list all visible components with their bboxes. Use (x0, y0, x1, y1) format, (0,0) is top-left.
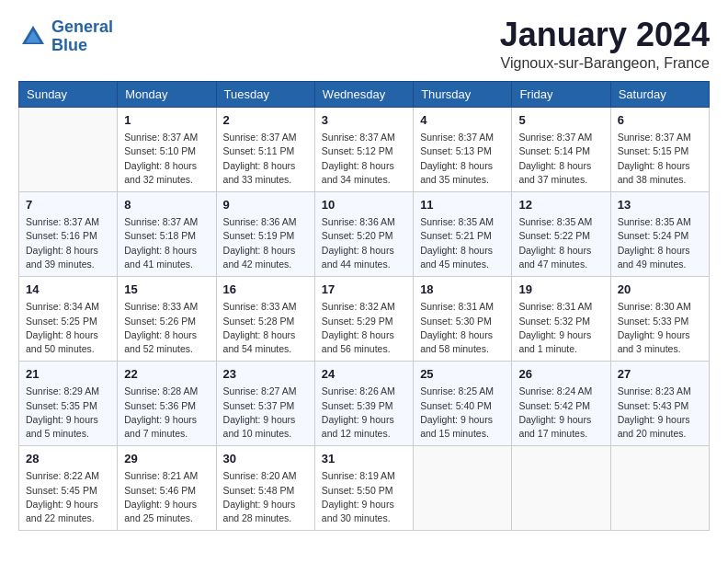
header-saturday: Saturday (610, 82, 709, 108)
title-block: January 2024 Vignoux-sur-Barangeon, Fran… (500, 18, 710, 72)
day-number: 7 (26, 197, 110, 213)
day-cell: 23Sunrise: 8:27 AMSunset: 5:37 PMDayligh… (216, 362, 314, 446)
week-row-2: 7Sunrise: 8:37 AMSunset: 5:16 PMDaylight… (19, 192, 710, 277)
day-info: Sunrise: 8:37 AMSunset: 5:18 PMDaylight:… (124, 215, 209, 271)
day-number: 26 (518, 366, 603, 383)
day-cell: 30Sunrise: 8:20 AMSunset: 5:48 PMDayligh… (216, 446, 314, 531)
day-cell: 1Sunrise: 8:37 AMSunset: 5:10 PMDaylight… (118, 108, 216, 192)
header-row: Sunday Monday Tuesday Wednesday Thursday… (19, 82, 710, 108)
day-cell: 10Sunrise: 8:36 AMSunset: 5:20 PMDayligh… (314, 192, 413, 277)
day-info: Sunrise: 8:33 AMSunset: 5:26 PMDaylight:… (124, 300, 209, 356)
day-info: Sunrise: 8:36 AMSunset: 5:20 PMDaylight:… (322, 215, 406, 271)
day-info: Sunrise: 8:37 AMSunset: 5:16 PMDaylight:… (26, 215, 110, 271)
day-number: 16 (223, 282, 308, 298)
day-cell: 7Sunrise: 8:37 AMSunset: 5:16 PMDaylight… (19, 192, 118, 277)
day-cell: 12Sunrise: 8:35 AMSunset: 5:22 PMDayligh… (512, 192, 610, 277)
day-info: Sunrise: 8:35 AMSunset: 5:21 PMDaylight:… (420, 215, 505, 271)
header-sunday: Sunday (19, 82, 118, 108)
day-number: 4 (420, 112, 505, 129)
week-row-3: 14Sunrise: 8:34 AMSunset: 5:25 PMDayligh… (19, 277, 710, 362)
day-info: Sunrise: 8:34 AMSunset: 5:25 PMDaylight:… (26, 300, 110, 356)
day-cell: 28Sunrise: 8:22 AMSunset: 5:45 PMDayligh… (19, 446, 118, 531)
day-cell: 6Sunrise: 8:37 AMSunset: 5:15 PMDaylight… (610, 108, 709, 192)
day-info: Sunrise: 8:20 AMSunset: 5:48 PMDaylight:… (223, 469, 308, 525)
day-info: Sunrise: 8:30 AMSunset: 5:33 PMDaylight:… (618, 300, 702, 356)
day-cell (512, 446, 610, 531)
day-cell: 3Sunrise: 8:37 AMSunset: 5:12 PMDaylight… (314, 108, 413, 192)
day-info: Sunrise: 8:35 AMSunset: 5:24 PMDaylight:… (618, 215, 702, 271)
day-cell: 26Sunrise: 8:24 AMSunset: 5:42 PMDayligh… (512, 362, 610, 446)
day-number: 18 (420, 282, 505, 298)
calendar-table: Sunday Monday Tuesday Wednesday Thursday… (18, 81, 710, 531)
day-info: Sunrise: 8:32 AMSunset: 5:29 PMDaylight:… (322, 300, 406, 356)
day-number: 9 (223, 197, 308, 213)
day-info: Sunrise: 8:31 AMSunset: 5:32 PMDaylight:… (518, 300, 603, 356)
day-cell: 20Sunrise: 8:30 AMSunset: 5:33 PMDayligh… (610, 277, 709, 362)
day-number: 31 (322, 451, 406, 467)
month-title: January 2024 (500, 18, 710, 52)
day-cell: 14Sunrise: 8:34 AMSunset: 5:25 PMDayligh… (19, 277, 118, 362)
logo-line2: Blue (51, 36, 87, 54)
day-info: Sunrise: 8:37 AMSunset: 5:11 PMDaylight:… (223, 131, 308, 187)
day-info: Sunrise: 8:28 AMSunset: 5:36 PMDaylight:… (124, 385, 209, 441)
day-info: Sunrise: 8:23 AMSunset: 5:43 PMDaylight:… (618, 385, 702, 441)
calendar-header: Sunday Monday Tuesday Wednesday Thursday… (19, 82, 710, 108)
day-number: 14 (26, 282, 110, 298)
location-subtitle: Vignoux-sur-Barangeon, France (500, 55, 710, 72)
day-number: 8 (124, 197, 209, 213)
day-cell (610, 446, 709, 531)
day-number: 2 (223, 112, 308, 129)
calendar-body: 1Sunrise: 8:37 AMSunset: 5:10 PMDaylight… (19, 108, 710, 531)
day-cell: 17Sunrise: 8:32 AMSunset: 5:29 PMDayligh… (314, 277, 413, 362)
day-info: Sunrise: 8:37 AMSunset: 5:15 PMDaylight:… (618, 131, 702, 187)
day-number: 5 (518, 112, 603, 129)
day-info: Sunrise: 8:37 AMSunset: 5:13 PMDaylight:… (420, 131, 505, 187)
day-cell: 19Sunrise: 8:31 AMSunset: 5:32 PMDayligh… (512, 277, 610, 362)
day-cell: 11Sunrise: 8:35 AMSunset: 5:21 PMDayligh… (414, 192, 512, 277)
day-info: Sunrise: 8:37 AMSunset: 5:10 PMDaylight:… (124, 131, 209, 187)
header-monday: Monday (118, 82, 216, 108)
day-cell: 2Sunrise: 8:37 AMSunset: 5:11 PMDaylight… (216, 108, 314, 192)
day-cell (19, 108, 118, 192)
week-row-5: 28Sunrise: 8:22 AMSunset: 5:45 PMDayligh… (19, 446, 710, 531)
day-number: 21 (26, 366, 110, 383)
day-info: Sunrise: 8:35 AMSunset: 5:22 PMDaylight:… (518, 215, 603, 271)
day-cell: 9Sunrise: 8:36 AMSunset: 5:19 PMDaylight… (216, 192, 314, 277)
day-number: 25 (420, 366, 505, 383)
day-number: 1 (124, 112, 209, 129)
day-number: 28 (26, 451, 110, 467)
day-cell: 24Sunrise: 8:26 AMSunset: 5:39 PMDayligh… (314, 362, 413, 446)
header-friday: Friday (512, 82, 610, 108)
day-cell: 5Sunrise: 8:37 AMSunset: 5:14 PMDaylight… (512, 108, 610, 192)
day-number: 23 (223, 366, 308, 383)
header-thursday: Thursday (414, 82, 512, 108)
day-number: 13 (618, 197, 702, 213)
logo-icon (18, 22, 48, 52)
day-cell: 8Sunrise: 8:37 AMSunset: 5:18 PMDaylight… (118, 192, 216, 277)
day-info: Sunrise: 8:24 AMSunset: 5:42 PMDaylight:… (518, 385, 603, 441)
day-number: 19 (518, 282, 603, 298)
day-number: 10 (322, 197, 406, 213)
day-number: 22 (124, 366, 209, 383)
day-number: 30 (223, 451, 308, 467)
day-cell: 25Sunrise: 8:25 AMSunset: 5:40 PMDayligh… (414, 362, 512, 446)
day-number: 15 (124, 282, 209, 298)
day-info: Sunrise: 8:37 AMSunset: 5:14 PMDaylight:… (518, 131, 603, 187)
day-number: 6 (618, 112, 702, 129)
day-cell: 13Sunrise: 8:35 AMSunset: 5:24 PMDayligh… (610, 192, 709, 277)
day-number: 27 (618, 366, 702, 383)
week-row-4: 21Sunrise: 8:29 AMSunset: 5:35 PMDayligh… (19, 362, 710, 446)
day-cell: 18Sunrise: 8:31 AMSunset: 5:30 PMDayligh… (414, 277, 512, 362)
logo-text: General Blue (51, 18, 113, 55)
day-number: 11 (420, 197, 505, 213)
day-cell: 16Sunrise: 8:33 AMSunset: 5:28 PMDayligh… (216, 277, 314, 362)
day-info: Sunrise: 8:31 AMSunset: 5:30 PMDaylight:… (420, 300, 505, 356)
day-number: 20 (618, 282, 702, 298)
day-info: Sunrise: 8:25 AMSunset: 5:40 PMDaylight:… (420, 385, 505, 441)
logo: General Blue (18, 18, 113, 55)
day-info: Sunrise: 8:29 AMSunset: 5:35 PMDaylight:… (26, 385, 110, 441)
day-number: 24 (322, 366, 406, 383)
header-wednesday: Wednesday (314, 82, 413, 108)
day-info: Sunrise: 8:22 AMSunset: 5:45 PMDaylight:… (26, 469, 110, 525)
day-number: 12 (518, 197, 603, 213)
